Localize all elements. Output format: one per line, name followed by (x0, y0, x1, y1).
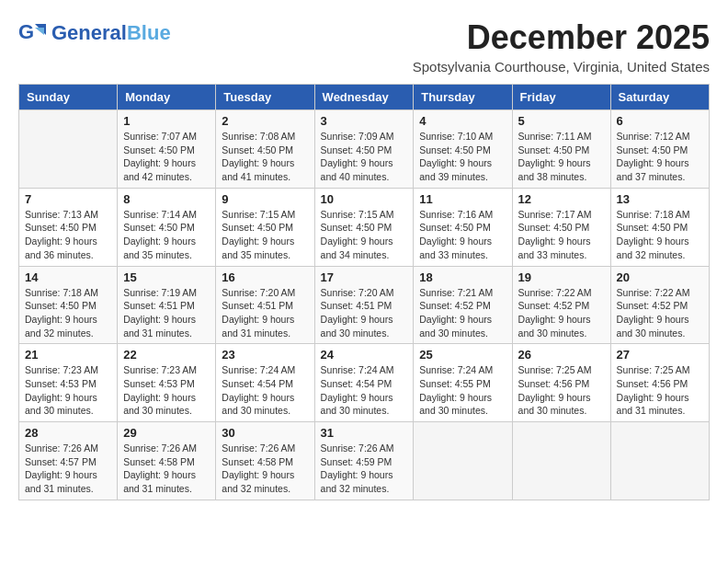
calendar-day-cell: 13Sunrise: 7:18 AMSunset: 4:50 PMDayligh… (610, 188, 709, 266)
day-number: 22 (123, 348, 210, 362)
day-info: Sunrise: 7:07 AMSunset: 4:50 PMDaylight:… (123, 130, 210, 184)
calendar-header-thursday: Thursday (414, 85, 512, 110)
calendar-day-cell: 11Sunrise: 7:16 AMSunset: 4:50 PMDayligh… (414, 188, 512, 266)
logo-blue: Blue (127, 21, 171, 45)
day-info: Sunrise: 7:12 AMSunset: 4:50 PMDaylight:… (617, 130, 703, 184)
day-info: Sunrise: 7:18 AMSunset: 4:50 PMDaylight:… (25, 286, 111, 340)
calendar-day-cell: 1Sunrise: 7:07 AMSunset: 4:50 PMDaylight… (118, 110, 216, 189)
day-number: 24 (321, 348, 408, 362)
day-info: Sunrise: 7:21 AMSunset: 4:52 PMDaylight:… (419, 286, 506, 340)
day-number: 27 (617, 348, 703, 362)
day-number: 13 (617, 192, 703, 206)
day-info: Sunrise: 7:15 AMSunset: 4:50 PMDaylight:… (222, 208, 308, 262)
day-info: Sunrise: 7:20 AMSunset: 4:51 PMDaylight:… (222, 286, 308, 340)
calendar-week-3: 14Sunrise: 7:18 AMSunset: 4:50 PMDayligh… (19, 266, 710, 344)
day-number: 9 (222, 192, 308, 206)
logo-general: General (51, 21, 127, 45)
calendar-header-saturday: Saturday (610, 85, 709, 110)
calendar-week-1: 1Sunrise: 7:07 AMSunset: 4:50 PMDaylight… (19, 110, 710, 189)
day-number: 7 (25, 192, 111, 206)
calendar-day-cell: 5Sunrise: 7:11 AMSunset: 4:50 PMDaylight… (512, 110, 610, 189)
day-info: Sunrise: 7:24 AMSunset: 4:54 PMDaylight:… (222, 363, 308, 418)
day-info: Sunrise: 7:11 AMSunset: 4:50 PMDaylight:… (518, 130, 605, 184)
day-number: 16 (222, 270, 308, 284)
calendar-header-monday: Monday (118, 85, 216, 110)
day-info: Sunrise: 7:17 AMSunset: 4:50 PMDaylight:… (518, 208, 605, 262)
day-info: Sunrise: 7:22 AMSunset: 4:52 PMDaylight:… (617, 286, 703, 340)
day-info: Sunrise: 7:22 AMSunset: 4:52 PMDaylight:… (518, 286, 605, 340)
calendar-header-friday: Friday (512, 85, 610, 110)
calendar-table: SundayMondayTuesdayWednesdayThursdayFrid… (18, 84, 710, 500)
calendar-day-cell: 17Sunrise: 7:20 AMSunset: 4:51 PMDayligh… (314, 266, 414, 344)
day-number: 18 (419, 270, 506, 284)
calendar-day-cell (414, 422, 512, 500)
calendar-day-cell: 12Sunrise: 7:17 AMSunset: 4:50 PMDayligh… (512, 188, 610, 266)
day-number: 12 (518, 192, 605, 206)
calendar-day-cell: 18Sunrise: 7:21 AMSunset: 4:52 PMDayligh… (414, 266, 512, 344)
calendar-header-tuesday: Tuesday (216, 85, 314, 110)
page-header: G GeneralBlue December 2025 Spotsylvania… (18, 18, 710, 75)
title-area: December 2025 Spotsylvania Courthouse, V… (413, 18, 710, 75)
calendar-day-cell: 7Sunrise: 7:13 AMSunset: 4:50 PMDaylight… (19, 188, 118, 266)
calendar-day-cell: 21Sunrise: 7:23 AMSunset: 4:53 PMDayligh… (19, 344, 118, 422)
day-info: Sunrise: 7:13 AMSunset: 4:50 PMDaylight:… (25, 208, 111, 262)
day-info: Sunrise: 7:09 AMSunset: 4:50 PMDaylight:… (321, 130, 408, 184)
day-info: Sunrise: 7:20 AMSunset: 4:51 PMDaylight:… (321, 286, 408, 340)
day-info: Sunrise: 7:19 AMSunset: 4:51 PMDaylight:… (123, 286, 210, 340)
calendar-day-cell: 29Sunrise: 7:26 AMSunset: 4:58 PMDayligh… (118, 422, 216, 500)
svg-marker-2 (35, 28, 44, 35)
calendar-day-cell: 15Sunrise: 7:19 AMSunset: 4:51 PMDayligh… (118, 266, 216, 344)
calendar-day-cell: 22Sunrise: 7:23 AMSunset: 4:53 PMDayligh… (118, 344, 216, 422)
day-number: 25 (419, 348, 506, 362)
day-info: Sunrise: 7:24 AMSunset: 4:54 PMDaylight:… (321, 363, 408, 418)
calendar-day-cell: 26Sunrise: 7:25 AMSunset: 4:56 PMDayligh… (512, 344, 610, 422)
day-info: Sunrise: 7:23 AMSunset: 4:53 PMDaylight:… (25, 363, 111, 418)
calendar-day-cell: 28Sunrise: 7:26 AMSunset: 4:57 PMDayligh… (19, 422, 118, 500)
calendar-day-cell: 10Sunrise: 7:15 AMSunset: 4:50 PMDayligh… (314, 188, 414, 266)
calendar-day-cell: 16Sunrise: 7:20 AMSunset: 4:51 PMDayligh… (216, 266, 314, 344)
calendar-day-cell: 31Sunrise: 7:26 AMSunset: 4:59 PMDayligh… (314, 422, 414, 500)
calendar-day-cell: 6Sunrise: 7:12 AMSunset: 4:50 PMDaylight… (610, 110, 709, 189)
day-number: 23 (222, 348, 308, 362)
day-info: Sunrise: 7:25 AMSunset: 4:56 PMDaylight:… (617, 363, 703, 418)
day-info: Sunrise: 7:10 AMSunset: 4:50 PMDaylight:… (419, 130, 506, 184)
day-info: Sunrise: 7:26 AMSunset: 4:59 PMDaylight:… (321, 442, 408, 496)
day-number: 20 (617, 270, 703, 284)
calendar-day-cell: 27Sunrise: 7:25 AMSunset: 4:56 PMDayligh… (610, 344, 709, 422)
calendar-day-cell: 25Sunrise: 7:24 AMSunset: 4:55 PMDayligh… (414, 344, 512, 422)
location: Spotsylvania Courthouse, Virginia, Unite… (413, 59, 710, 75)
day-info: Sunrise: 7:24 AMSunset: 4:55 PMDaylight:… (419, 363, 506, 418)
day-info: Sunrise: 7:08 AMSunset: 4:50 PMDaylight:… (222, 130, 308, 184)
calendar-day-cell: 24Sunrise: 7:24 AMSunset: 4:54 PMDayligh… (314, 344, 414, 422)
logo: G GeneralBlue (18, 18, 171, 48)
day-number: 26 (518, 348, 605, 362)
day-number: 6 (617, 114, 703, 128)
day-info: Sunrise: 7:15 AMSunset: 4:50 PMDaylight:… (321, 208, 408, 262)
calendar-day-cell: 19Sunrise: 7:22 AMSunset: 4:52 PMDayligh… (512, 266, 610, 344)
calendar-week-2: 7Sunrise: 7:13 AMSunset: 4:50 PMDaylight… (19, 188, 710, 266)
calendar-day-cell: 4Sunrise: 7:10 AMSunset: 4:50 PMDaylight… (414, 110, 512, 189)
calendar-day-cell (610, 422, 709, 500)
calendar-week-4: 21Sunrise: 7:23 AMSunset: 4:53 PMDayligh… (19, 344, 710, 422)
calendar-day-cell: 8Sunrise: 7:14 AMSunset: 4:50 PMDaylight… (118, 188, 216, 266)
calendar-day-cell: 20Sunrise: 7:22 AMSunset: 4:52 PMDayligh… (610, 266, 709, 344)
calendar-day-cell (512, 422, 610, 500)
svg-text:G: G (18, 20, 34, 43)
day-info: Sunrise: 7:14 AMSunset: 4:50 PMDaylight:… (123, 208, 210, 262)
day-number: 4 (419, 114, 506, 128)
calendar-day-cell: 30Sunrise: 7:26 AMSunset: 4:58 PMDayligh… (216, 422, 314, 500)
day-info: Sunrise: 7:26 AMSunset: 4:57 PMDaylight:… (25, 442, 111, 496)
day-info: Sunrise: 7:25 AMSunset: 4:56 PMDaylight:… (518, 363, 605, 418)
day-info: Sunrise: 7:26 AMSunset: 4:58 PMDaylight:… (222, 442, 308, 496)
day-number: 3 (321, 114, 408, 128)
day-number: 2 (222, 114, 308, 128)
day-number: 8 (123, 192, 210, 206)
logo-icon: G (18, 18, 48, 48)
calendar-day-cell: 23Sunrise: 7:24 AMSunset: 4:54 PMDayligh… (216, 344, 314, 422)
calendar-day-cell: 14Sunrise: 7:18 AMSunset: 4:50 PMDayligh… (19, 266, 118, 344)
day-info: Sunrise: 7:26 AMSunset: 4:58 PMDaylight:… (123, 442, 210, 496)
day-number: 10 (321, 192, 408, 206)
day-info: Sunrise: 7:16 AMSunset: 4:50 PMDaylight:… (419, 208, 506, 262)
day-info: Sunrise: 7:18 AMSunset: 4:50 PMDaylight:… (617, 208, 703, 262)
day-number: 17 (321, 270, 408, 284)
